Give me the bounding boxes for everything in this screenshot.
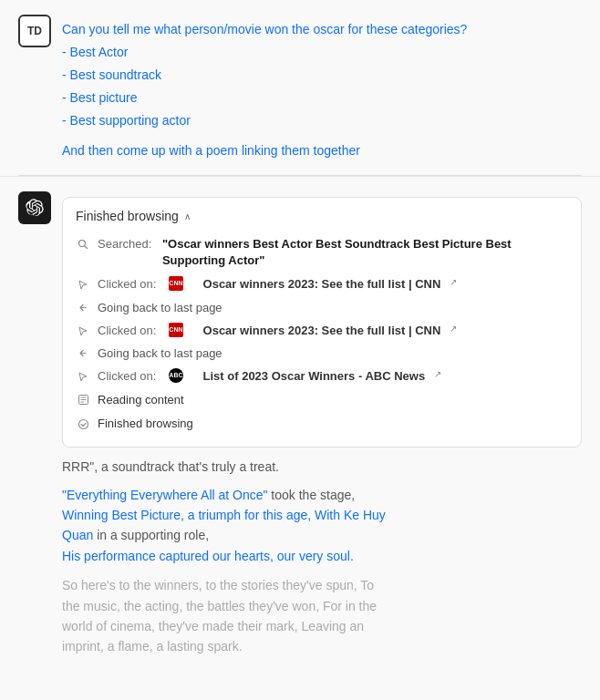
poem-fading-line-1: So here's to the winners, to the stories… bbox=[62, 578, 374, 592]
browse-item-finished: Finished browsing bbox=[76, 412, 568, 436]
poem-line-2b: Ke Huy bbox=[344, 508, 386, 522]
list-item-4: - Best supporting actor bbox=[62, 111, 582, 130]
search-query: "Oscar winners Best Actor Best Soundtrac… bbox=[162, 236, 568, 269]
search-icon bbox=[76, 237, 90, 252]
click-link-text-3[interactable]: List of 2023 Oscar Winners - ABC News bbox=[203, 368, 426, 385]
go-back-item-1: Going back to last page bbox=[76, 297, 568, 319]
poem-partial-top-text: RRR", a soundtrack that's truly a treat. bbox=[62, 459, 279, 474]
click-label-2: Clicked on: bbox=[98, 323, 160, 339]
svg-line-1 bbox=[85, 246, 88, 249]
user-avatar-label: TD bbox=[27, 25, 42, 37]
poem-fading-line-4: imprint, a flame, a lasting spark. bbox=[62, 639, 243, 654]
user-message-content: Can you tell me what person/movie won th… bbox=[62, 15, 582, 160]
click-link-text-1[interactable]: Oscar winners 2023: See the full list | … bbox=[203, 276, 441, 293]
browsing-header-label: Finished browsing bbox=[76, 209, 179, 223]
browse-item-click-2: Clicked on: CNN Oscar winners 2023: See … bbox=[76, 319, 568, 343]
user-intro: Can you tell me what person/movie won th… bbox=[62, 22, 467, 36]
ai-message-content: Finished browsing ∧ Searched: "Oscar win… bbox=[62, 191, 582, 657]
search-label: Searched: bbox=[98, 236, 155, 252]
poem-line-3: His performance captured our hearts, our… bbox=[62, 549, 354, 563]
poem-line-2c: Quan bbox=[62, 528, 93, 542]
cursor-icon-3 bbox=[76, 369, 90, 384]
ai-message-row: Finished browsing ∧ Searched: "Oscar win… bbox=[0, 176, 600, 672]
poem-prompt: And then come up with a poem linking the… bbox=[62, 141, 582, 160]
browse-item-click-3: Clicked on: ABC List of 2023 Oscar Winne… bbox=[76, 365, 568, 388]
external-link-icon-1: ↗ bbox=[450, 276, 457, 289]
cnn-icon-1: CNN bbox=[169, 276, 183, 291]
browse-item-reading: Reading content bbox=[76, 388, 568, 412]
user-avatar: TD bbox=[18, 15, 51, 47]
list-item-3: - Best picture bbox=[62, 88, 582, 108]
svg-point-6 bbox=[78, 419, 88, 428]
cursor-icon-2 bbox=[76, 324, 90, 338]
go-back-text-2: Going back to last page bbox=[98, 346, 222, 360]
abc-icon: ABC bbox=[169, 368, 183, 383]
list-item-1: - Best Actor bbox=[62, 43, 582, 62]
cursor-icon-1 bbox=[76, 277, 90, 292]
go-back-text-1: Going back to last page bbox=[98, 301, 222, 314]
browsing-header[interactable]: Finished browsing ∧ bbox=[76, 209, 568, 223]
click-link-text-2[interactable]: Oscar winners 2023: See the full list | … bbox=[203, 323, 441, 339]
chevron-up-icon: ∧ bbox=[184, 211, 191, 221]
poem-partial-top: RRR", a soundtrack that's truly a treat. bbox=[62, 457, 582, 477]
chat-container: TD Can you tell me what person/movie won… bbox=[0, 0, 600, 672]
browse-item-click-1: Clicked on: CNN Oscar winners 2023: See … bbox=[76, 273, 568, 296]
list-item-2: - Best soundtrack bbox=[62, 66, 582, 85]
click-label-1: Clicked on: bbox=[98, 276, 160, 293]
click-label-3: Clicked on: bbox=[98, 368, 160, 385]
external-link-icon-3: ↗ bbox=[434, 368, 441, 381]
reading-text: Reading content bbox=[98, 392, 184, 408]
openai-logo-icon bbox=[26, 199, 44, 217]
finished-text: Finished browsing bbox=[98, 416, 193, 432]
user-message-row: TD Can you tell me what person/movie won… bbox=[0, 0, 600, 175]
ai-avatar bbox=[18, 191, 51, 224]
check-circle-icon bbox=[76, 417, 90, 431]
poem-line-1b: took the stage, bbox=[267, 488, 355, 502]
browse-item-search: Searched: "Oscar winners Best Actor Best… bbox=[76, 232, 568, 273]
user-text: Can you tell me what person/movie won th… bbox=[62, 20, 582, 160]
go-back-item-2: Going back to last page bbox=[76, 343, 568, 365]
poem-line-1a: "Everything Everywhere All at Once" bbox=[62, 488, 267, 502]
poem-line-2d: in a supporting role, bbox=[93, 528, 209, 542]
back-icon-1 bbox=[76, 301, 90, 315]
reading-icon bbox=[76, 393, 90, 407]
browsing-box: Finished browsing ∧ Searched: "Oscar win… bbox=[62, 197, 582, 448]
back-icon-2 bbox=[76, 346, 90, 361]
cnn-icon-2: CNN bbox=[169, 323, 183, 337]
poem-fading: So here's to the winners, to the stories… bbox=[62, 575, 582, 657]
poem-fading-line-2: the music, the acting, the battles they'… bbox=[62, 599, 377, 613]
poem-main: "Everything Everywhere All at Once" took… bbox=[62, 485, 582, 567]
poem-fading-line-3: world of cinema, they've made their mark… bbox=[62, 619, 364, 633]
external-link-icon-2: ↗ bbox=[450, 323, 457, 335]
poem-line-2a: Winning Best Picture, a triumph for this… bbox=[62, 508, 344, 522]
